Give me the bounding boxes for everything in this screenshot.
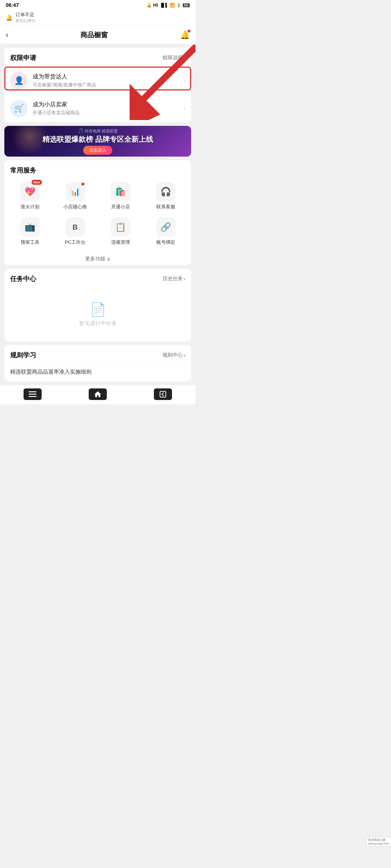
notif-bell-icon: 🔔	[6, 14, 13, 21]
open-shop-icon-wrap: 🛍️	[111, 182, 130, 201]
rules-chevron-icon: ›	[184, 352, 185, 358]
tasks-title: 任务中心	[10, 275, 36, 283]
review-icon: 📺	[25, 222, 35, 232]
kol-name: 成为带货达人	[33, 73, 184, 81]
kol-icon: 👤	[14, 76, 24, 85]
hd-icon: HD	[153, 3, 158, 7]
bell-notification-dot	[188, 30, 190, 33]
banner-btn[interactable]: 点击进入	[83, 146, 112, 155]
history-chevron-icon: ›	[184, 276, 185, 282]
account-bind-label: 账号绑定	[156, 239, 175, 246]
service-violation[interactable]: 📋 违规管理	[98, 214, 143, 250]
top-nav: ‹ 商品橱窗 🔔	[0, 26, 196, 44]
account-bind-icon-wrap: 🔗	[156, 217, 176, 237]
kol-arrow-icon: ›	[184, 77, 185, 84]
seller-arrow-icon: ›	[184, 105, 185, 112]
history-tasks-link[interactable]: 历史任务 ›	[163, 276, 185, 282]
service-customer[interactable]: 🎧 联系客服	[143, 179, 188, 214]
huofire-badge: New	[31, 180, 42, 185]
more-functions-label: 更多功能	[85, 256, 105, 262]
tasks-card: 任务中心 历史任务 › 📄 暂无进行中任务	[4, 269, 191, 341]
rules-item-text: 精选联盟商品品退率准入实施细则	[10, 369, 92, 375]
seller-text: 成为小店卖家 开通小店售卖店铺商品	[33, 101, 184, 116]
rules-item[interactable]: 精选联盟商品品退率准入实施细则	[4, 364, 191, 381]
customer-icon: 🎧	[160, 187, 171, 197]
back-button[interactable]: ‹	[6, 30, 8, 40]
shop-push-label: 小店随心推	[63, 204, 87, 210]
banner-main-text: 精选联盟爆款榜 品牌专区全新上线	[42, 135, 153, 144]
huofire-icon-wrap: 💖 New	[20, 182, 40, 201]
seller-desc: 开通小店售卖店铺商品	[33, 110, 184, 116]
rules-header: 规则学习 规则中心 ›	[4, 345, 191, 364]
huofire-icon: 💖	[25, 187, 35, 197]
banner-logo: 🎵 抖音电商 精选联盟	[42, 128, 153, 134]
open-shop-icon: 🛍️	[115, 187, 126, 197]
service-account-bind[interactable]: 🔗 账号绑定	[143, 214, 188, 250]
chevron-right-icon: ›	[184, 55, 185, 61]
status-icons: 🔔 HD ▐▌▌ 📶 🔋 5G	[147, 3, 190, 8]
service-pc[interactable]: B PC工作台	[52, 214, 98, 250]
shop-push-dot	[81, 183, 84, 186]
seller-name: 成为小店卖家	[33, 101, 184, 109]
services-card: 常用服务 💖 New 萤火计划 📊 小店随心推	[4, 160, 191, 265]
account-bind-icon: 🔗	[160, 222, 171, 232]
pc-icon: B	[72, 223, 77, 231]
notif-title: 订单不足	[16, 12, 190, 18]
services-grid: 💖 New 萤火计划 📊 小店随心推 🛍️	[4, 179, 191, 253]
permission-card: 权限申请 权限说明 › 👤 成为带货达人 可在橱窗/视频/直播中推广商品	[4, 48, 191, 122]
seller-icon: 🛒	[14, 104, 24, 113]
services-title: 常用服务	[4, 160, 191, 179]
service-shop-push[interactable]: 📊 小店随心推	[52, 179, 98, 214]
svg-rect-4	[29, 396, 37, 397]
violation-icon-wrap: 📋	[111, 217, 130, 237]
signal-bars: ▐▌▌	[160, 3, 168, 7]
kol-icon-wrap: 👤	[10, 72, 28, 89]
status-time: 06:47	[6, 2, 19, 8]
5g-icon: 5G	[183, 3, 190, 7]
bottom-nav	[0, 385, 196, 404]
tasks-empty-state: 📄 暂无进行中任务	[4, 288, 191, 341]
notif-sub: 暂无口碑分	[16, 18, 190, 24]
rules-card: 规则学习 规则中心 › 精选联盟商品品退率准入实施细则	[4, 345, 191, 381]
violation-label: 违规管理	[111, 239, 130, 246]
service-review[interactable]: 📺 预审工具	[7, 214, 52, 250]
banner-content: 🎵 抖音电商 精选联盟 精选联盟爆款榜 品牌专区全新上线 点击进入	[42, 128, 153, 155]
kol-text: 成为带货达人 可在橱窗/视频/直播中推广商品	[33, 73, 184, 88]
svg-rect-6	[160, 391, 166, 397]
huofire-label: 萤火计划	[21, 204, 39, 210]
svg-rect-2	[29, 391, 37, 392]
status-bar: 06:47 🔔 HD ▐▌▌ 📶 🔋 5G	[0, 0, 196, 10]
page-title: 商品橱窗	[80, 30, 108, 40]
menu-button[interactable]	[24, 388, 42, 400]
customer-icon-wrap: 🎧	[156, 182, 176, 201]
more-functions-button[interactable]: 更多功能 ∨	[4, 253, 191, 265]
violation-icon: 📋	[115, 222, 126, 232]
svg-rect-3	[29, 393, 37, 395]
kol-desc: 可在橱窗/视频/直播中推广商品	[33, 82, 184, 88]
battery-icon: 🔋	[176, 3, 181, 8]
permission-section: 权限申请 权限说明 › 👤 成为带货达人 可在橱窗/视频/直播中推广商品	[4, 48, 191, 122]
more-functions-icon: ∨	[107, 256, 110, 262]
rules-center-link[interactable]: 规则中心 ›	[163, 352, 185, 358]
permission-header: 权限申请 权限说明 ›	[4, 48, 191, 67]
home-button[interactable]	[89, 388, 107, 400]
bell-button[interactable]: 🔔	[180, 30, 190, 40]
seller-permission-item[interactable]: 🛒 成为小店卖家 开通小店售卖店铺商品 ›	[4, 94, 191, 122]
pc-label: PC工作台	[65, 239, 85, 246]
review-icon-wrap: 📺	[20, 217, 40, 237]
wifi-icon: 📶	[170, 3, 175, 8]
service-huofire[interactable]: 💖 New 萤火计划	[7, 179, 52, 214]
tasks-empty-icon: 📄	[90, 302, 106, 317]
customer-label: 联系客服	[156, 204, 175, 210]
shop-push-icon: 📊	[70, 187, 80, 196]
shop-push-icon-wrap: 📊	[66, 182, 85, 201]
permission-title: 权限申请	[10, 54, 36, 62]
banner[interactable]: 🎵 抖音电商 精选联盟 精选联盟爆款榜 品牌专区全新上线 点击进入	[4, 126, 191, 157]
notification-icon: 🔔	[147, 3, 152, 8]
service-open-shop[interactable]: 🛍️ 开通小店	[98, 179, 143, 214]
pc-icon-wrap: B	[66, 217, 85, 237]
kol-permission-item[interactable]: 👤 成为带货达人 可在橱窗/视频/直播中推广商品 ›	[4, 67, 191, 94]
permission-link[interactable]: 权限说明 ›	[163, 55, 185, 61]
main-content: 权限申请 权限说明 › 👤 成为带货达人 可在橱窗/视频/直播中推广商品	[0, 44, 196, 385]
back-nav-button[interactable]	[154, 388, 172, 400]
